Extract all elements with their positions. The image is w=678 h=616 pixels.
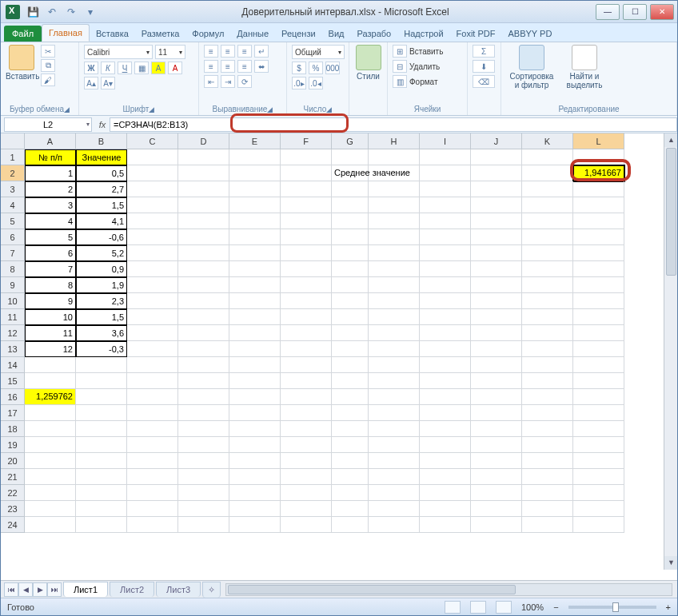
cell-H10[interactable]: [369, 293, 420, 309]
cell-I9[interactable]: [420, 277, 471, 293]
bold-button[interactable]: Ж: [84, 62, 98, 74]
row-header-21[interactable]: 21: [1, 469, 25, 485]
cell-E14[interactable]: [229, 357, 281, 373]
cell-C18[interactable]: [127, 421, 178, 437]
cell-D1[interactable]: [178, 149, 229, 165]
cell-L10[interactable]: [573, 293, 624, 309]
cell-D8[interactable]: [178, 261, 229, 277]
font-color-button[interactable]: A: [168, 62, 182, 74]
cell-A4[interactable]: 3: [25, 197, 76, 213]
cell-E21[interactable]: [229, 469, 281, 485]
border-button[interactable]: ▦: [134, 62, 149, 74]
maximize-button[interactable]: ☐: [623, 4, 647, 20]
cell-A3[interactable]: 2: [25, 181, 76, 197]
cell-K7[interactable]: [522, 245, 573, 261]
insert-cells-label[interactable]: Вставить: [409, 47, 443, 56]
row-header-5[interactable]: 5: [1, 213, 25, 229]
cell-L15[interactable]: [573, 373, 624, 389]
col-header-E[interactable]: E: [229, 133, 281, 149]
cell-L2[interactable]: 1,941667: [573, 165, 624, 181]
cell-D11[interactable]: [178, 309, 229, 325]
cell-A17[interactable]: [25, 405, 76, 421]
sheet-tab-2[interactable]: Лист2: [110, 582, 154, 597]
tab-formulas[interactable]: Формул: [185, 26, 230, 42]
cell-F14[interactable]: [281, 357, 332, 373]
fx-icon[interactable]: fx: [95, 120, 110, 129]
cell-G8[interactable]: [332, 261, 369, 277]
cell-L17[interactable]: [573, 405, 624, 421]
cell-F4[interactable]: [281, 197, 332, 213]
cell-H21[interactable]: [369, 469, 420, 485]
cell-J20[interactable]: [471, 453, 522, 469]
cell-C10[interactable]: [127, 293, 178, 309]
row-header-24[interactable]: 24: [1, 517, 25, 533]
cell-C5[interactable]: [127, 213, 178, 229]
cell-H20[interactable]: [369, 453, 420, 469]
cell-L9[interactable]: [573, 277, 624, 293]
cell-L20[interactable]: [573, 453, 624, 469]
cell-A9[interactable]: 8: [25, 277, 76, 293]
cell-I24[interactable]: [420, 517, 471, 533]
cell-J9[interactable]: [471, 277, 522, 293]
cell-B9[interactable]: 1,9: [76, 277, 127, 293]
cell-G20[interactable]: [332, 453, 369, 469]
cell-A7[interactable]: 6: [25, 245, 76, 261]
tab-foxit[interactable]: Foxit PDF: [450, 26, 502, 42]
formula-input[interactable]: =СРЗНАЧ(B2:B13): [110, 117, 677, 132]
col-header-G[interactable]: G: [332, 133, 369, 149]
align-bottom-icon[interactable]: ≡: [237, 45, 252, 58]
cell-F10[interactable]: [281, 293, 332, 309]
cell-D16[interactable]: [178, 389, 229, 405]
scroll-up-icon[interactable]: ▲: [664, 133, 677, 147]
cell-A13[interactable]: 12: [25, 341, 76, 357]
increase-indent-icon[interactable]: ⇥: [221, 75, 235, 88]
cell-I12[interactable]: [420, 325, 471, 341]
cell-E5[interactable]: [229, 213, 281, 229]
cell-F17[interactable]: [281, 405, 332, 421]
cell-B5[interactable]: 4,1: [76, 213, 127, 229]
select-all-corner[interactable]: [1, 133, 25, 149]
sheet-tab-1[interactable]: Лист1: [63, 582, 108, 597]
tab-developer[interactable]: Разрабо: [351, 26, 398, 42]
col-header-J[interactable]: J: [471, 133, 522, 149]
cell-I3[interactable]: [420, 181, 471, 197]
cell-F15[interactable]: [281, 373, 332, 389]
tab-addins[interactable]: Надстрой: [397, 26, 449, 42]
delete-cells-icon[interactable]: ⊟: [393, 60, 407, 73]
cell-L21[interactable]: [573, 469, 624, 485]
cell-D20[interactable]: [178, 453, 229, 469]
cell-A21[interactable]: [25, 469, 76, 485]
cell-C23[interactable]: [127, 501, 178, 517]
cell-H22[interactable]: [369, 485, 420, 501]
cell-E12[interactable]: [229, 325, 281, 341]
cell-K19[interactable]: [522, 437, 573, 453]
cell-A23[interactable]: [25, 501, 76, 517]
tab-layout[interactable]: Разметка: [135, 26, 186, 42]
cell-E23[interactable]: [229, 501, 281, 517]
cell-I16[interactable]: [420, 389, 471, 405]
cell-G24[interactable]: [332, 517, 369, 533]
insert-cells-icon[interactable]: ⊞: [393, 45, 407, 58]
cell-E17[interactable]: [229, 405, 281, 421]
spreadsheet-grid[interactable]: ABCDEFGHIJKL 123456789101112131415161718…: [1, 133, 677, 570]
name-box[interactable]: L2 ▾: [4, 117, 92, 132]
cell-J22[interactable]: [471, 485, 522, 501]
cell-G14[interactable]: [332, 357, 369, 373]
cell-B19[interactable]: [76, 437, 127, 453]
cell-H15[interactable]: [369, 373, 420, 389]
cell-G4[interactable]: [332, 197, 369, 213]
cell-D13[interactable]: [178, 341, 229, 357]
cell-I20[interactable]: [420, 453, 471, 469]
cell-C3[interactable]: [127, 181, 178, 197]
cell-D19[interactable]: [178, 437, 229, 453]
cell-L18[interactable]: [573, 421, 624, 437]
cell-K14[interactable]: [522, 357, 573, 373]
cell-H17[interactable]: [369, 405, 420, 421]
cell-B15[interactable]: [76, 373, 127, 389]
row-header-6[interactable]: 6: [1, 229, 25, 245]
cell-F23[interactable]: [281, 501, 332, 517]
col-header-I[interactable]: I: [420, 133, 471, 149]
align-center-icon[interactable]: ≡: [221, 60, 235, 73]
cell-A2[interactable]: 1: [25, 165, 76, 181]
cell-D15[interactable]: [178, 373, 229, 389]
